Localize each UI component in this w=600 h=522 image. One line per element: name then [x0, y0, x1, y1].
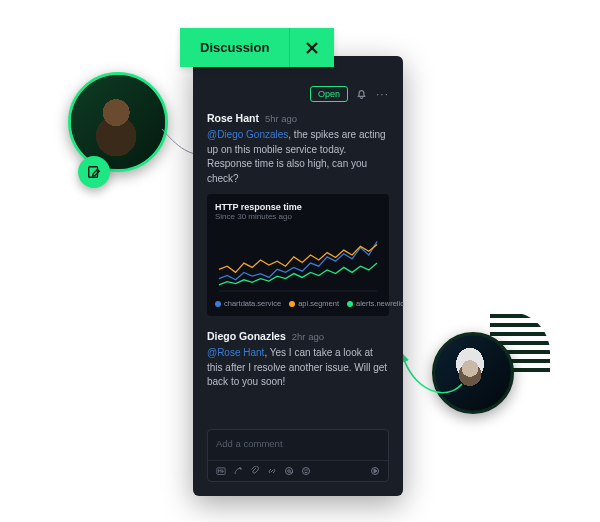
legend-dot	[347, 301, 353, 307]
link-icon[interactable]	[267, 466, 277, 476]
markdown-icon[interactable]	[216, 466, 226, 476]
chart-plot	[215, 225, 381, 295]
message-item: Diego Gonazles 2hr ago @Rose Hant, Yes I…	[207, 330, 389, 390]
message-item: Rose Hant 5hr ago @Diego Gonzales, the s…	[207, 112, 389, 316]
composer-toolbar	[208, 460, 388, 481]
arrow-icon[interactable]	[233, 466, 243, 476]
legend-item: api.segment	[289, 299, 339, 308]
edit-discussion-badge[interactable]	[78, 156, 110, 188]
embedded-chart[interactable]: HTTP response time Since 30 minutes ago …	[207, 194, 389, 316]
svg-point-3	[288, 470, 291, 473]
legend-dot	[289, 301, 295, 307]
discussion-panel: Open ··· Rose Hant 5hr ago @Diego Gonzal…	[193, 56, 403, 496]
message-body: @Rose Hant, Yes I can take a look at thi…	[207, 346, 389, 390]
chart-legend: chartdata.service api.segment alerts.new…	[215, 299, 381, 308]
message-time: 5hr ago	[265, 113, 297, 124]
comment-input[interactable]: Add a comment	[208, 430, 388, 460]
avatar-image	[435, 335, 511, 411]
svg-point-5	[305, 470, 306, 471]
panel-header: Open ···	[207, 86, 389, 102]
message-author: Rose Hant	[207, 112, 259, 124]
chart-subtitle: Since 30 minutes ago	[215, 212, 381, 221]
status-badge[interactable]: Open	[310, 86, 348, 102]
avatar-diego	[432, 332, 514, 414]
attach-icon[interactable]	[250, 466, 260, 476]
chart-title: HTTP response time	[215, 202, 381, 212]
tab-bar: Discussion	[180, 28, 334, 67]
legend-item: alerts.newrelic	[347, 299, 404, 308]
tab-close-button[interactable]	[290, 28, 334, 67]
notifications-button[interactable]	[356, 88, 368, 100]
svg-point-6	[307, 470, 308, 471]
message-time: 2hr ago	[292, 331, 324, 342]
send-button[interactable]	[370, 466, 380, 476]
svg-point-4	[303, 468, 310, 475]
mention-link[interactable]: @Diego Gonzales	[207, 129, 288, 140]
legend-dot	[215, 301, 221, 307]
close-icon	[305, 41, 319, 55]
comment-composer: Add a comment	[207, 429, 389, 482]
avatar-image	[71, 75, 165, 169]
message-body: @Diego Gonzales, the spikes are acting u…	[207, 128, 389, 186]
edit-icon	[87, 165, 101, 179]
emoji-icon[interactable]	[301, 466, 311, 476]
mention-icon[interactable]	[284, 466, 294, 476]
mention-link[interactable]: @Rose Hant	[207, 347, 264, 358]
bell-icon	[356, 89, 367, 100]
message-author: Diego Gonazles	[207, 330, 286, 342]
tab-discussion[interactable]: Discussion	[180, 28, 290, 67]
avatar-rose	[68, 72, 168, 172]
legend-item: chartdata.service	[215, 299, 281, 308]
